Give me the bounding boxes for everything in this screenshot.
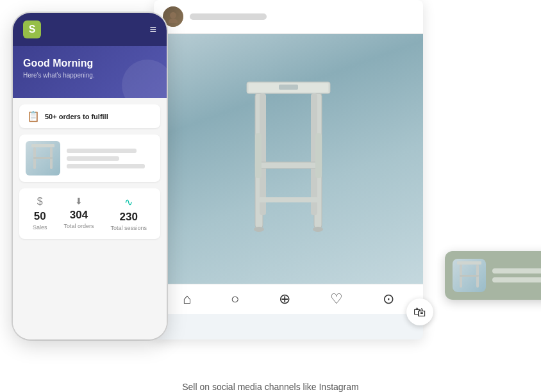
svg-rect-22 bbox=[33, 157, 53, 159]
svg-rect-15 bbox=[457, 261, 481, 265]
popup-product-thumbnail bbox=[453, 259, 486, 292]
product-card[interactable] bbox=[19, 135, 160, 182]
hamburger-menu-icon[interactable]: ≡ bbox=[149, 24, 156, 35]
svg-point-13 bbox=[254, 227, 264, 232]
home-icon[interactable]: ⌂ bbox=[183, 291, 191, 307]
phone-mockup: S ≡ Good Morning Here's what's happening… bbox=[13, 13, 167, 339]
sales-label: Sales bbox=[33, 224, 47, 231]
stat-sales: $ 50 Sales bbox=[33, 196, 47, 231]
sales-icon: $ bbox=[37, 196, 43, 208]
heart-icon[interactable]: ♡ bbox=[330, 291, 343, 307]
orders-fulfill-card[interactable]: 📋 50+ orders to fulfill bbox=[19, 104, 160, 128]
svg-point-14 bbox=[313, 227, 323, 232]
instagram-header bbox=[154, 0, 423, 34]
orders-count: 50+ orders bbox=[45, 113, 81, 120]
add-icon[interactable]: ⊕ bbox=[279, 291, 290, 307]
popup-line-1 bbox=[492, 268, 541, 274]
product-thumb-stool bbox=[30, 143, 56, 174]
bag-icon: 🛍 bbox=[413, 305, 426, 320]
user-avatar bbox=[163, 6, 183, 27]
product-line-1 bbox=[67, 149, 137, 153]
svg-point-1 bbox=[169, 19, 178, 23]
instagram-actions: ⌂ ○ ⊕ ♡ ⊙ bbox=[154, 284, 423, 314]
username-bar bbox=[190, 13, 267, 20]
product-popup[interactable]: › bbox=[445, 251, 541, 300]
product-info-lines bbox=[67, 149, 154, 168]
product-thumbnail bbox=[26, 141, 60, 176]
svg-rect-18 bbox=[460, 275, 479, 277]
svg-rect-19 bbox=[31, 144, 54, 147]
total-orders-label: Total orders bbox=[63, 223, 94, 229]
svg-rect-11 bbox=[315, 133, 322, 178]
product-line-2 bbox=[67, 156, 119, 161]
avatar-image bbox=[163, 6, 183, 27]
instagram-product-image bbox=[154, 34, 423, 284]
stat-total-orders: ⬇ 304 Total orders bbox=[63, 196, 94, 231]
sales-value: 50 bbox=[34, 210, 46, 223]
greeting-banner: Good Morning Here's what's happening. bbox=[13, 46, 167, 98]
svg-rect-12 bbox=[258, 197, 319, 202]
shopping-bag-button[interactable]: 🛍 bbox=[406, 298, 433, 325]
stat-total-sessions: ∿ 230 Total sessions bbox=[110, 196, 147, 231]
product-line-3 bbox=[67, 164, 145, 168]
total-orders-value: 304 bbox=[70, 209, 88, 222]
profile-icon[interactable]: ⊙ bbox=[383, 291, 394, 307]
stool-illustration bbox=[237, 69, 340, 249]
orders-fulfill-text: 50+ orders to fulfill bbox=[45, 113, 108, 120]
orders-suffix: to fulfill bbox=[83, 113, 108, 120]
page-caption: Sell on social media channels like Insta… bbox=[0, 382, 541, 392]
popup-stool-icon bbox=[456, 259, 483, 291]
svg-point-0 bbox=[170, 12, 176, 19]
svg-rect-4 bbox=[279, 85, 298, 90]
popup-line-2 bbox=[492, 277, 541, 282]
svg-rect-9 bbox=[255, 162, 322, 168]
svg-rect-10 bbox=[255, 133, 262, 178]
search-icon[interactable]: ○ bbox=[231, 291, 239, 307]
shopify-app-header: S ≡ bbox=[13, 13, 167, 46]
popup-product-info bbox=[492, 268, 541, 282]
sessions-icon: ∿ bbox=[124, 196, 133, 208]
orders-icon: ⬇ bbox=[75, 196, 83, 206]
phone-screen: S ≡ Good Morning Here's what's happening… bbox=[13, 13, 167, 339]
shopify-logo-text: S bbox=[29, 24, 36, 35]
instagram-panel: ⌂ ○ ⊕ ♡ ⊙ bbox=[154, 0, 423, 339]
stats-row: $ 50 Sales ⬇ 304 Total orders ∿ 230 Tota… bbox=[19, 188, 160, 239]
orders-fulfill-icon: 📋 bbox=[27, 110, 40, 122]
total-sessions-value: 230 bbox=[120, 211, 138, 224]
shopify-logo: S bbox=[23, 20, 41, 38]
total-sessions-label: Total sessions bbox=[110, 225, 147, 231]
phone-body-content: 📋 50+ orders to fulfill bbox=[13, 98, 167, 339]
